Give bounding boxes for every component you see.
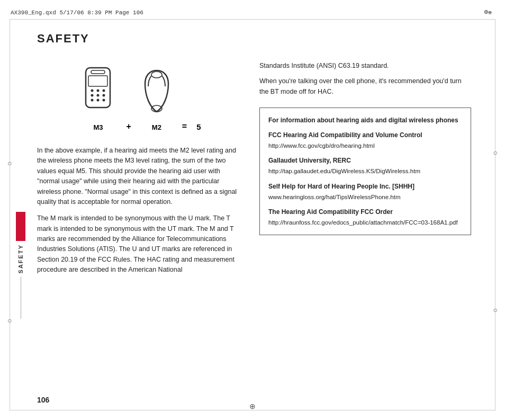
file-info: AX390_Eng.qxd 5/17/06 8:39 PM Page 106 [11, 10, 143, 16]
info-link-1: http://www.fcc.gov/cgb/dro/hearing.html [268, 142, 375, 149]
svg-point-10 [97, 99, 100, 101]
header-bar: AX390_Eng.qxd 5/17/06 8:39 PM Page 106 ⊕ [11, 7, 494, 18]
svg-point-11 [103, 99, 105, 101]
svg-rect-1 [91, 70, 105, 74]
info-link-3: www.hearingloss.org/hat/TipsWirelessPhon… [268, 194, 401, 200]
svg-point-9 [91, 99, 94, 101]
svg-point-7 [97, 94, 100, 96]
svg-point-6 [91, 94, 94, 96]
bottom-crosshair-icon: ⊕ [249, 402, 256, 410]
info-bold-0: For information about hearing aids and d… [268, 115, 462, 125]
right-circle-bottom-icon: ○ [493, 306, 498, 314]
svg-point-3 [91, 89, 94, 92]
vertical-safety-text: SAFETY [17, 244, 24, 273]
info-bold-2: Gallaudet University, RERC [268, 156, 462, 165]
left-frame-line [10, 19, 10, 410]
info-bold-3: Self Help for Hard of Hearing People Inc… [268, 182, 462, 191]
phone2-svg [141, 65, 173, 123]
left-circle-top-icon: ○ [7, 159, 12, 167]
info-section-4: The Hearing Aid Compatibility FCC Order … [268, 207, 462, 227]
svg-rect-2 [88, 76, 107, 86]
info-bold-1: FCC Hearing Aid Compatibility and Volume… [268, 130, 462, 140]
m3-label: M3 [93, 123, 103, 131]
phone1-svg [79, 65, 116, 123]
equals-operator: = [182, 122, 187, 131]
red-accent-bar [16, 212, 25, 241]
info-bold-4: The Hearing Aid Compatibility FCC Order [268, 207, 462, 217]
svg-point-5 [103, 89, 105, 92]
page-title: SAFETY [37, 32, 89, 46]
svg-point-4 [97, 89, 100, 92]
side-bottom-line [21, 276, 21, 319]
right-line1: Standards Institute (ANSI) C63.19 standa… [259, 61, 471, 71]
left-paragraph2: The M mark is intended to be synonymous … [37, 213, 244, 275]
info-section-1: FCC Hearing Aid Compatibility and Volume… [268, 130, 462, 150]
left-circle-bottom-icon: ○ [7, 316, 12, 325]
info-section-2: Gallaudet University, RERC http://tap.ga… [268, 156, 462, 176]
page-number: 106 [37, 396, 49, 404]
info-section-0: For information about hearing aids and d… [268, 115, 462, 125]
right-line2: When you're talking over the cell phone,… [259, 76, 471, 97]
info-box: For information about hearing aids and d… [259, 108, 471, 235]
left-paragraph1: In the above example, if a hearing aid m… [37, 146, 244, 207]
m2-label: M2 [152, 123, 161, 131]
top-right-crosshair-icon: ⊕ [484, 7, 494, 18]
top-frame-line [10, 19, 495, 20]
phone-diagram: M3 + M2 = 5 [37, 61, 244, 135]
info-section-3: Self Help for Hard of Hearing People Inc… [268, 182, 462, 202]
right-column: Standards Institute (ANSI) C63.19 standa… [259, 61, 471, 235]
info-link-2: http://tap.gallaudet.edu/DigWireless.KS/… [268, 168, 420, 174]
result-label: 5 [196, 122, 201, 131]
right-frame-line [495, 19, 495, 410]
svg-point-12 [151, 72, 162, 78]
right-circle-top-icon: ○ [493, 148, 498, 157]
left-body-text: In the above example, if a hearing aid m… [37, 146, 244, 275]
svg-point-8 [103, 94, 105, 96]
info-link-4: http://hraunfoss.fcc.gov/edocs_public/at… [268, 219, 458, 226]
plus-operator: + [126, 122, 131, 131]
right-intro-text: Standards Institute (ANSI) C63.19 standa… [259, 61, 471, 97]
left-column: M3 + M2 = 5 In the [37, 61, 244, 282]
side-safety-label: SAFETY [16, 212, 25, 319]
